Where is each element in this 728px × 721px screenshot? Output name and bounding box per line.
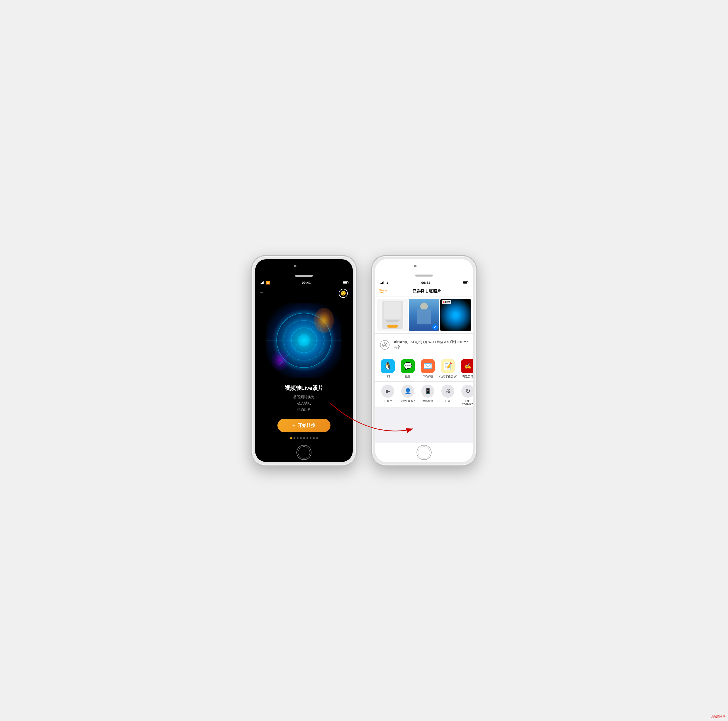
check-badge: ✓: [432, 325, 438, 330]
dot-3: [297, 437, 298, 439]
avatar-icon[interactable]: 😊: [339, 289, 348, 298]
dot-9: [316, 437, 318, 439]
run-workflow-label: Run Workflow: [462, 399, 473, 405]
slideshow-label: 幻灯片: [384, 399, 392, 403]
phone-1: 📶 09:41 ≡ 😊: [251, 256, 356, 466]
hero-svg-lines: [266, 303, 341, 378]
phone1-bottom: [255, 443, 353, 462]
airdrop-text: AirDrop。 轻点以打开 Wi-Fi 和蓝牙来通过 AirDrop 共享。: [394, 339, 469, 350]
action-run-workflow[interactable]: ↻ Run Workflow: [458, 385, 473, 405]
app-item-wechat[interactable]: 💬 微信: [398, 359, 418, 378]
action-print[interactable]: 🖨 打印: [438, 385, 458, 405]
dot-8: [313, 437, 315, 439]
action-slideshow[interactable]: ▶ 幻灯片: [378, 385, 398, 405]
battery-icon: [343, 281, 348, 284]
dot-4: [300, 437, 302, 439]
phone2-status-right: [463, 281, 468, 284]
wallpaper-label: 用作墙纸: [422, 399, 433, 403]
wallpaper-icon: 📱: [421, 385, 434, 398]
phone1-app-header: ≡ 😊: [255, 286, 353, 300]
phone2-camera: [414, 265, 416, 267]
qq-icon: 🐧: [381, 359, 395, 373]
wechat-label: 微信: [405, 375, 410, 378]
phone2-speaker: [415, 274, 433, 277]
workflow-icon: ↻: [461, 385, 473, 398]
dot-5: [303, 437, 305, 439]
dot-2: [294, 437, 295, 439]
airdrop-icon: [380, 340, 390, 350]
app-item-qqmail[interactable]: ✉️ QQ邮箱: [418, 359, 438, 378]
phone1-app-screen: ≡ 😊 视频转Live照片: [255, 286, 353, 443]
phone1-status-bar: 📶 09:41: [255, 279, 353, 286]
signal-icon-2: [380, 281, 384, 284]
app-row-scroll: 🐧 QQ 💬 微信 ✉️ QQ邮箱 📝 添加到"备忘录": [375, 359, 473, 378]
phone1-camera: [294, 265, 297, 267]
phone2-notch: [375, 259, 473, 279]
qq-label: QQ: [385, 375, 390, 378]
menu-icon[interactable]: ≡: [260, 290, 263, 296]
airdrop-section[interactable]: AirDrop。 轻点以打开 Wi-Fi 和蓝牙来通过 AirDrop 共享。: [375, 335, 473, 354]
share-title: 已选择 1 张照片: [413, 289, 441, 294]
home-button-2[interactable]: [416, 445, 431, 460]
phones-container: 📶 09:41 ≡ 😊: [251, 256, 477, 466]
app-item-notes[interactable]: 📝 添加到"备忘录": [438, 359, 458, 378]
app-subtitle: 将视频转换为 动态壁纸 动态照片: [294, 394, 315, 413]
qqmail-icon: ✉️: [421, 359, 435, 373]
live-badge: LIVE: [442, 300, 451, 304]
dot-6: [306, 437, 308, 439]
phone2-time: 09:41: [421, 281, 430, 285]
slideshow-icon: ▶: [381, 385, 394, 398]
home-button-1[interactable]: [297, 445, 312, 460]
photo-strip: ✓ LIVE: [375, 297, 473, 334]
print-label: 打印: [445, 399, 451, 403]
wifi-icon: 📶: [266, 281, 270, 285]
qqmail-label: QQ邮箱: [423, 375, 433, 378]
notes-label: 添加到"备忘录": [439, 375, 457, 378]
photo-thumb-2[interactable]: ✓: [409, 299, 439, 331]
action-row-scroll: ▶ 幻灯片 👤 指定给联系人 📱 用作墙纸 🖨 打印: [375, 385, 473, 405]
photo-thumb-1[interactable]: [377, 299, 408, 331]
dot-7: [310, 437, 312, 439]
wifi-icon-2: ▲: [386, 281, 389, 284]
share-sheet-header: 取消 已选择 1 张照片 X: [375, 286, 473, 297]
app-item-youdao[interactable]: ✍ 有道云笔: [458, 359, 473, 378]
cancel-button[interactable]: 取消: [379, 289, 387, 294]
photo-thumb-3[interactable]: LIVE: [440, 299, 471, 331]
phone2-bottom: [375, 443, 473, 462]
phone-2-screen: ▲ 09:41 取消 已选择 1 张照片 X: [375, 259, 473, 462]
action-assign-contact[interactable]: 👤 指定给联系人: [398, 385, 418, 405]
start-btn-label: 开始转换: [297, 422, 315, 429]
dot-1: [290, 437, 292, 439]
app-share-row: 🐧 QQ 💬 微信 ✉️ QQ邮箱 📝 添加到"备忘录": [375, 356, 473, 382]
spacer: [375, 407, 473, 443]
battery-icon-2: [463, 281, 468, 284]
wechat-icon: 💬: [401, 359, 415, 373]
page-indicator: [290, 437, 318, 439]
watermark: 龙城安卓网: [711, 715, 726, 718]
contact-icon: 👤: [401, 385, 414, 398]
phone1-time: 09:41: [302, 281, 311, 285]
airdrop-svg: [382, 342, 388, 348]
hero-image: [266, 303, 341, 378]
phone1-status-right: [343, 281, 348, 284]
youdao-label: 有道云笔: [462, 375, 473, 378]
svg-line-3: [279, 323, 317, 365]
phone2-status-left: ▲: [380, 281, 389, 284]
app-item-qq[interactable]: 🐧 QQ: [378, 359, 398, 378]
action-row: ▶ 幻灯片 👤 指定给联系人 📱 用作墙纸 🖨 打印: [375, 382, 473, 407]
svg-point-5: [384, 345, 385, 346]
phone1-status-left: 📶: [260, 281, 270, 285]
action-wallpaper[interactable]: 📱 用作墙纸: [418, 385, 438, 405]
youdao-icon: ✍: [461, 359, 473, 373]
app-title: 视频转Live照片: [285, 384, 323, 392]
phone1-speaker: [295, 275, 313, 277]
phone2-status-bar: ▲ 09:41: [375, 279, 473, 286]
print-icon: 🖨: [441, 385, 454, 398]
assign-contact-label: 指定给联系人: [399, 399, 416, 403]
start-convert-button[interactable]: + 开始转换: [277, 419, 331, 432]
notes-icon: 📝: [441, 359, 455, 373]
phone1-notch: [255, 259, 353, 279]
phone-1-screen: 📶 09:41 ≡ 😊: [255, 259, 353, 462]
airdrop-title: AirDrop。: [394, 340, 410, 344]
phone-2: ▲ 09:41 取消 已选择 1 张照片 X: [372, 256, 477, 466]
